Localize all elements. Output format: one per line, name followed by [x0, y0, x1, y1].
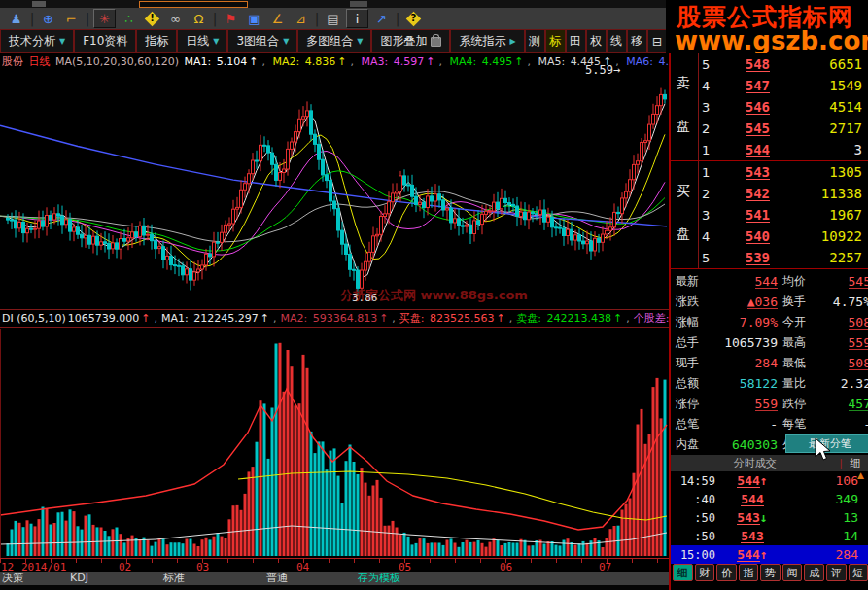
- tick-row[interactable]: :40544349: [671, 490, 868, 508]
- tab-trend[interactable]: 势: [760, 564, 781, 581]
- tab-grid[interactable]: 田: [566, 29, 586, 53]
- notes-icon[interactable]: ▤: [323, 10, 343, 27]
- help-diamond-icon[interactable]: ?: [403, 10, 424, 27]
- user-icon[interactable]: ♟: [6, 10, 26, 27]
- tab-detail[interactable]: 细: [673, 564, 693, 581]
- ruler2-icon[interactable]: ⊿: [291, 10, 311, 27]
- window-fragment: [32, 1, 46, 7]
- menu-daily-period[interactable]: 日线▼: [177, 29, 227, 53]
- menu-tech-analysis[interactable]: 技术分析▼: [0, 29, 74, 53]
- period-label: 日线: [29, 55, 51, 68]
- sell-row[interactable]: 45471549: [698, 75, 868, 96]
- tab-move[interactable]: 移: [627, 29, 647, 53]
- panel-tab-bar: 细 财 价 指 势 闻 成 评 短: [673, 564, 868, 583]
- tab-decision[interactable]: 决策: [2, 572, 23, 585]
- trading-terminal: ♟ | ⊕ ⌐ | ✳ ∴ ! ∞ Ω | ⚑ ▣ ∠ ⊿ | ▤ i ↗ | …: [0, 0, 868, 590]
- tab-save-template[interactable]: 存为模板: [358, 572, 400, 585]
- tab-standard[interactable]: 标准: [163, 572, 185, 585]
- menu-bar: 技术分析▼ F10资料 指标 日线▼ 3图组合▼ 多图组合▼ 图形叠加 系统指示…: [0, 29, 669, 53]
- stock-label: 股份: [2, 55, 23, 68]
- buy-row[interactable]: 454010922: [698, 226, 868, 247]
- menu-3chart-layout[interactable]: 3图组合▼: [227, 29, 297, 53]
- scroll-up-icon[interactable]: ▲: [857, 470, 864, 480]
- toolbar-divider: |: [314, 11, 320, 26]
- buy-label: 买: [677, 183, 692, 200]
- stats-row: 涨跌▲036换手4.75%: [671, 292, 868, 312]
- tab-line[interactable]: 线: [607, 29, 627, 53]
- tick-row[interactable]: :50543↓13: [671, 508, 868, 527]
- stats-row: 涨停559跌停457: [671, 394, 868, 414]
- menu-indicator[interactable]: 指标: [136, 29, 177, 53]
- buy-row[interactable]: 55392257: [698, 247, 868, 268]
- tab-rating[interactable]: 评: [826, 564, 847, 581]
- indicator-ma2: MA2: 593364.813↑: [280, 312, 397, 325]
- quote-panel: 卖 盘 55486651 45471549 35464514 25452717 …: [669, 53, 868, 590]
- kline-header: 股份 日线 MA(5,10,20,30,60,120) MA1: 5.104↑ …: [2, 54, 671, 68]
- buy-label: 盘: [677, 226, 692, 243]
- stats-row: 涨幅7.09%今开508: [671, 312, 868, 332]
- stats-row: 总额58122量比2.32: [671, 373, 868, 394]
- measure-tool-icon[interactable]: ⌐: [61, 10, 82, 27]
- bell-icon[interactable]: Ω: [189, 10, 209, 27]
- book-label-column: [671, 161, 699, 268]
- menu-system-signals[interactable]: 系统指示▶: [450, 29, 524, 53]
- buy-row[interactable]: 35411967: [698, 204, 868, 226]
- date-axis: 12 2014/01 02 03 04 05 06 07: [0, 558, 669, 573]
- toolbar-divider: |: [212, 11, 218, 26]
- tab-measure[interactable]: 测: [525, 29, 545, 53]
- tab-news[interactable]: 闻: [782, 564, 803, 581]
- draw-tool-icon[interactable]: ✳: [93, 9, 116, 28]
- tab-rights[interactable]: 权: [586, 29, 607, 53]
- book-label-column: [671, 53, 699, 160]
- tab-deals[interactable]: 成: [804, 564, 824, 581]
- indicator-value: 1065739.000↑: [68, 312, 159, 325]
- buy-row[interactable]: 254211338: [698, 183, 868, 204]
- buy-row[interactable]: 15431305: [698, 161, 868, 183]
- sell-row[interactable]: 35464514: [698, 96, 868, 118]
- move-tool-icon[interactable]: ⊕: [38, 10, 58, 27]
- indicator-buy-vol: 买盘: 823525.563↑: [399, 311, 514, 326]
- menu-f10-info[interactable]: F10资料: [74, 29, 136, 53]
- menu-multi-chart-layout[interactable]: 多图组合▼: [297, 29, 371, 53]
- layout-icon[interactable]: ⊟: [647, 29, 668, 53]
- tab-price[interactable]: 价: [716, 564, 737, 581]
- tab-normal[interactable]: 普通: [266, 572, 288, 585]
- tick-row-selected[interactable]: 15:00544↑284: [671, 545, 868, 564]
- high-price-label: 5.59→: [585, 63, 620, 77]
- binoculars-icon[interactable]: ∞: [165, 10, 186, 27]
- sell-order-book: 卖 盘 55486651 45471549 35464514 25452717 …: [671, 53, 868, 161]
- trend-icon[interactable]: ↗: [371, 10, 392, 27]
- stats-row: 最新544均价545: [671, 271, 868, 292]
- chart-window-icon[interactable]: ▣: [244, 10, 264, 27]
- branding-banner: 股票公式指标网 www.gszb.com: [666, 0, 868, 53]
- tick-row[interactable]: 14:59544↑106: [671, 471, 868, 490]
- info-icon[interactable]: i: [346, 9, 368, 28]
- sell-row[interactable]: 15443: [698, 139, 868, 160]
- sell-row[interactable]: 55486651: [698, 53, 868, 75]
- tab-kdj[interactable]: KDJ: [70, 572, 88, 585]
- sell-row[interactable]: 25452717: [698, 118, 868, 139]
- tab-mark[interactable]: 标: [545, 29, 566, 53]
- tab-short[interactable]: 短: [849, 564, 868, 581]
- tab-finance[interactable]: 财: [695, 564, 715, 581]
- indicator-ma1: MA1: 212245.297↑: [161, 312, 278, 325]
- alert-diamond-icon[interactable]: !: [142, 10, 162, 27]
- buy-order-book: 买 盘 15431305 254211338 35411967 45401092…: [671, 161, 868, 269]
- flag-icon[interactable]: ⚑: [221, 10, 241, 27]
- ruler-icon[interactable]: ∠: [267, 10, 288, 27]
- detail-tab[interactable]: 细: [843, 456, 868, 470]
- indicator-diff: 个股差: 5813.121↑: [634, 311, 669, 326]
- signal-lights-icon[interactable]: ∴: [119, 10, 139, 27]
- stats-row: 现手284最低508: [671, 353, 868, 373]
- tick-row[interactable]: :5054314: [671, 527, 868, 545]
- tab-index[interactable]: 指: [739, 564, 759, 581]
- indicator-tab-bar: 决策 KDJ 标准 普通 存为模板: [0, 572, 669, 585]
- menu-overlay[interactable]: 图形叠加: [371, 29, 450, 53]
- stats-row: 总手1065739最高559: [671, 332, 868, 353]
- indicator-sell-vol: 卖盘: 242213.438↑: [516, 311, 631, 326]
- lock-icon: [431, 37, 441, 47]
- kline-pane: 股份 日线 MA(5,10,20,30,60,120) MA1: 5.104↑ …: [0, 53, 669, 311]
- volume-indicator-header: DI (60,5,10) 1065739.000↑ MA1: 212245.29…: [0, 309, 669, 328]
- axis-ticks: [0, 559, 669, 563]
- time-sales-header[interactable]: 分时成交 | 细: [671, 455, 868, 471]
